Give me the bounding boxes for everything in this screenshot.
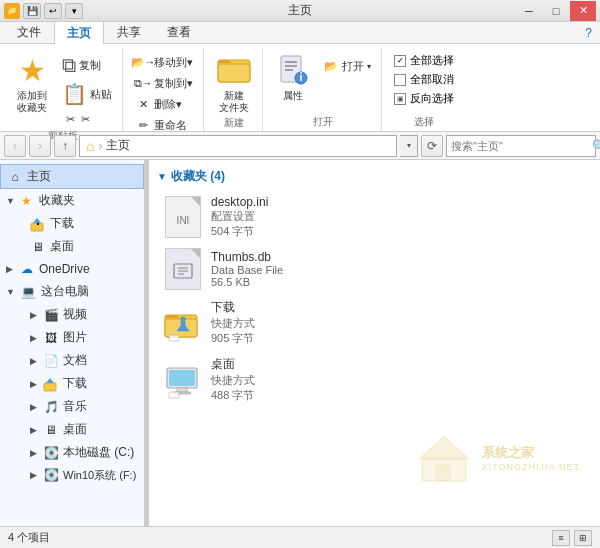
path-home-icon: ⌂ <box>86 138 94 154</box>
desktop2-expand-icon: ▶ <box>30 425 37 435</box>
path-separator: › <box>98 139 102 153</box>
sidebar-item-favorites[interactable]: ▼ ★ 收藏夹 <box>0 189 144 212</box>
select-all-button[interactable]: ✓ 全部选择 <box>390 52 458 69</box>
downloads-shortcut-name: 下载 <box>211 299 255 316</box>
file-item-downloads-shortcut[interactable]: 下载 快捷方式 905 字节 <box>157 295 592 350</box>
title-bar: 📁 💾 ↩ ▾ 主页 ─ □ ✕ <box>0 0 600 22</box>
fdrive-icon: 💽 <box>43 467 59 483</box>
copy-button[interactable]: ⧉ 复制 <box>58 52 116 79</box>
svg-marker-27 <box>419 436 469 459</box>
address-bar: ‹ › ↑ ⌂ › 主页 ▾ ⟳ 🔍 <box>0 132 600 160</box>
home-icon: ⌂ <box>7 169 23 185</box>
sidebar-item-pictures[interactable]: ▶ 🖼 图片 <box>0 326 144 349</box>
sidebar-home-label: 主页 <box>27 168 51 185</box>
sidebar-item-thispc[interactable]: ▼ 💻 这台电脑 <box>0 280 144 303</box>
back-button[interactable]: ‹ <box>4 135 26 157</box>
sidebar-item-downloads2[interactable]: ▶ 下载 <box>0 372 144 395</box>
clipboard-buttons: ★ 添加到收藏夹 ⧉ 复制 📋 粘贴 ✂ ✂ <box>10 50 116 129</box>
star-icon: ★ <box>14 52 50 88</box>
new-folder-button[interactable]: 新建文件夹 <box>212 50 256 116</box>
sidebar-item-documents[interactable]: ▶ 📄 文档 <box>0 349 144 372</box>
search-icon[interactable]: 🔍 <box>592 139 600 153</box>
open-dropdown[interactable]: ▾ <box>367 62 371 71</box>
favorites-icon: ★ <box>19 193 35 209</box>
svg-rect-21 <box>169 335 179 341</box>
documents-icon: 📄 <box>43 353 59 369</box>
file-list: INI desktop.ini 配置设置 504 字节 <box>157 191 592 407</box>
svg-rect-24 <box>177 388 187 392</box>
sidebar-item-desktop2[interactable]: ▶ 🖥 桌面 <box>0 418 144 441</box>
app-icon: 📁 <box>4 3 20 19</box>
forward-button[interactable]: › <box>29 135 51 157</box>
sidebar-item-home[interactable]: ⌂ 主页 <box>0 164 144 189</box>
select-buttons: ✓ 全部选择 全部取消 ▣ 反向选择 <box>390 50 458 115</box>
sidebar-item-onedrive[interactable]: ▶ ☁ OneDrive <box>0 258 144 280</box>
minimize-button[interactable]: ─ <box>516 1 542 21</box>
quick-save-btn[interactable]: 💾 <box>23 3 41 19</box>
sidebar-item-cdrive[interactable]: ▶ 💽 本地磁盘 (C:) <box>0 441 144 464</box>
select-invert-checkbox: ▣ <box>394 93 406 105</box>
sidebar-pictures-label: 图片 <box>63 329 87 346</box>
tab-home[interactable]: 主页 <box>54 21 104 44</box>
window-controls: ─ □ ✕ <box>516 1 596 21</box>
file-item-thumbsdb[interactable]: Thumbs.db Data Base File 56.5 KB <box>157 245 592 293</box>
view-grid-button[interactable]: ⊞ <box>574 530 592 546</box>
clipboard-col: ⧉ 复制 📋 粘贴 ✂ ✂ <box>58 50 116 129</box>
downloads-shortcut-info: 下载 快捷方式 905 字节 <box>211 299 255 346</box>
sidebar-item-fdrive[interactable]: ▶ 💽 Win10系统 (F:) <box>0 464 144 486</box>
file-item-desktop-shortcut[interactable]: 桌面 快捷方式 488 字节 <box>157 352 592 407</box>
delete-button[interactable]: ✕ 删除▾ <box>131 94 197 114</box>
quick-undo-btn[interactable]: ↩ <box>44 3 62 19</box>
rename-button[interactable]: ✏ 重命名 <box>131 115 197 135</box>
address-path[interactable]: ⌂ › 主页 <box>79 135 397 157</box>
tab-view[interactable]: 查看 <box>154 20 204 43</box>
quick-dropdown-btn[interactable]: ▾ <box>65 3 83 19</box>
thumbsdb-name: Thumbs.db <box>211 250 283 264</box>
sidebar: ⌂ 主页 ▼ ★ 收藏夹 下载 🖥 桌面 ▶ ☁ OneDrive ▼ 💻 这台… <box>0 160 145 526</box>
section-arrow: ▼ <box>157 171 167 182</box>
up-button[interactable]: ↑ <box>54 135 76 157</box>
svg-rect-20 <box>181 317 185 325</box>
computer-icon: 💻 <box>21 284 37 300</box>
sidebar-thispc-label: 这台电脑 <box>41 283 89 300</box>
tab-share[interactable]: 共享 <box>104 20 154 43</box>
desktop-shortcut-size: 488 字节 <box>211 388 255 403</box>
properties-button[interactable]: 属性 <box>271 50 315 104</box>
move-to-button[interactable]: 📂→ 移动到▾ <box>131 52 197 72</box>
thumbsdb-type: Data Base File <box>211 264 283 276</box>
downloads-shortcut-icon <box>163 303 203 343</box>
sidebar-item-video[interactable]: ▶ 🎬 视频 <box>0 303 144 326</box>
window-title: 主页 <box>288 2 312 19</box>
sidebar-downloads2-label: 下载 <box>63 375 87 392</box>
copy-label: 复制 <box>79 58 101 73</box>
organize-col: 📂→ 移动到▾ ⧉→ 复制到▾ ✕ 删除▾ ✏ 重命名 <box>131 50 197 135</box>
tab-file[interactable]: 文件 <box>4 20 54 43</box>
close-button[interactable]: ✕ <box>570 1 596 21</box>
view-list-button[interactable]: ≡ <box>552 530 570 546</box>
sidebar-item-downloads[interactable]: 下载 <box>0 212 144 235</box>
sidebar-item-music[interactable]: ▶ 🎵 音乐 <box>0 395 144 418</box>
select-invert-button[interactable]: ▣ 反向选择 <box>390 90 458 107</box>
help-button[interactable]: ? <box>577 23 600 43</box>
thumbsdb-info: Thumbs.db Data Base File 56.5 KB <box>211 250 283 288</box>
paste-button[interactable]: 📋 粘贴 <box>58 80 116 108</box>
cut-label: ✂ <box>81 113 90 126</box>
file-item-desktopini[interactable]: INI desktop.ini 配置设置 504 字节 <box>157 191 592 243</box>
refresh-button[interactable]: ⟳ <box>421 135 443 157</box>
open-col: 📂 打开 ▾ <box>319 50 375 76</box>
copy-to-button[interactable]: ⧉→ 复制到▾ <box>131 73 197 93</box>
select-none-button[interactable]: 全部取消 <box>390 71 458 88</box>
select-label: 选择 <box>414 115 434 131</box>
address-dropdown[interactable]: ▾ <box>400 135 418 157</box>
search-input[interactable] <box>451 140 589 152</box>
cdrive-icon: 💽 <box>43 445 59 461</box>
add-to-favorites-button[interactable]: ★ 添加到收藏夹 <box>10 50 54 116</box>
new-folder-icon <box>216 52 252 88</box>
open-icon: 📂 <box>323 58 339 74</box>
watermark-text-block: 系统之家 XITONGZHIJIA.NET <box>482 445 580 472</box>
maximize-button[interactable]: □ <box>543 1 569 21</box>
open-button[interactable]: 📂 打开 ▾ <box>319 56 375 76</box>
sidebar-item-desktop1[interactable]: 🖥 桌面 <box>0 235 144 258</box>
watermark-main-text: 系统之家 <box>482 445 580 462</box>
cut-button[interactable]: ✂ ✂ <box>58 109 116 129</box>
